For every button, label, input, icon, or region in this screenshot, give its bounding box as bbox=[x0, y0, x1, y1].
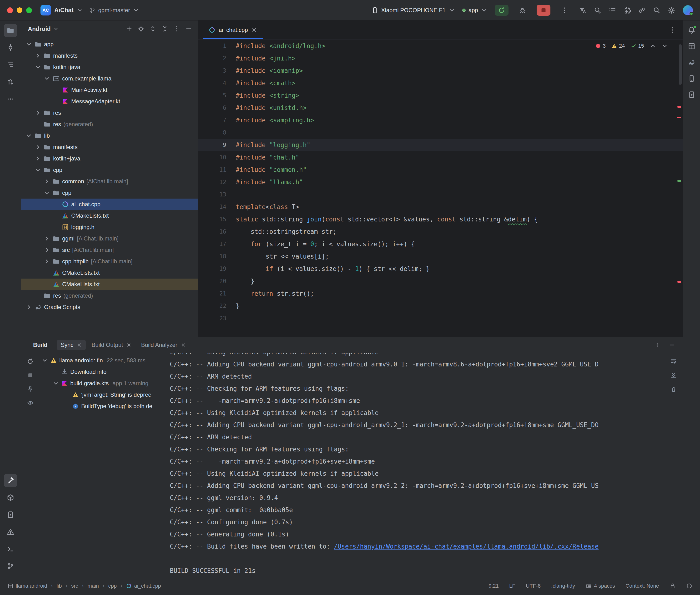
tree-item-cpp[interactable]: cpp bbox=[21, 187, 198, 199]
error-stripe-mark[interactable] bbox=[677, 281, 681, 283]
tree-item-manifests[interactable]: manifests bbox=[21, 141, 198, 153]
tool-window-button-gradle[interactable] bbox=[685, 56, 698, 68]
tree-item-lib[interactable]: lib bbox=[21, 130, 198, 141]
code-line-23[interactable]: 23 bbox=[198, 312, 683, 324]
status-widget-indentation[interactable]: 4 spaces bbox=[585, 583, 615, 589]
code-line-19[interactable]: 19 if (i < values.size() - 1) { str << d… bbox=[198, 263, 683, 275]
passed-badge[interactable]: 15 bbox=[631, 43, 644, 49]
breadcrumb-ai-chat-cpp[interactable]: ai_chat.cpp bbox=[126, 583, 161, 589]
new-button[interactable] bbox=[124, 24, 134, 34]
tree-item-cmakelists-txt[interactable]: CMakeLists.txt bbox=[21, 210, 198, 221]
pin-tab-button[interactable] bbox=[25, 384, 35, 394]
tree-item-ggml[interactable]: ggml[AiChat.lib.main] bbox=[21, 233, 198, 244]
tree-item-res[interactable]: res(generated) bbox=[21, 290, 198, 302]
tree-item-kotlin-java[interactable]: kotlin+java bbox=[21, 61, 198, 73]
build-console[interactable]: C/C++: -- Using KleidiAI optimized kerne… bbox=[170, 353, 662, 577]
search-everywhere-button[interactable] bbox=[593, 6, 602, 15]
tree-item-cpp-httplib[interactable]: cpp-httplib[AiChat.lib.main] bbox=[21, 256, 198, 267]
tool-window-button-commit[interactable] bbox=[4, 41, 17, 54]
stop-sync-button[interactable] bbox=[25, 370, 35, 380]
chevron-down-icon[interactable] bbox=[34, 64, 41, 70]
error-stripe-mark[interactable] bbox=[677, 117, 681, 118]
tool-window-button-build[interactable] bbox=[4, 474, 17, 487]
chevron-right-icon[interactable] bbox=[44, 235, 50, 242]
tool-window-button-version-control[interactable] bbox=[4, 560, 17, 573]
errors-badge[interactable]: 3 bbox=[595, 43, 606, 49]
chevron-right-icon[interactable] bbox=[34, 155, 41, 162]
plugins-button[interactable] bbox=[623, 6, 632, 15]
status-widget-code-context[interactable]: Context: None bbox=[625, 583, 659, 589]
code-line-6[interactable]: 6#include <unistd.h> bbox=[198, 102, 683, 114]
build-options-button[interactable] bbox=[653, 340, 663, 350]
tree-item-ai-chat-cpp[interactable]: ai_chat.cpp bbox=[21, 199, 198, 210]
build-tree-item-llama-android-fin[interactable]: llama.android: fin22 sec, 583 ms bbox=[39, 355, 170, 366]
chevron-right-icon[interactable] bbox=[26, 304, 32, 310]
more-run-actions-button[interactable] bbox=[558, 5, 571, 16]
status-widget-background-tasks[interactable] bbox=[686, 583, 692, 589]
tool-window-button-build-variants[interactable] bbox=[685, 40, 698, 52]
code-line-10[interactable]: 10#include "chat.h" bbox=[198, 151, 683, 164]
debug-button[interactable] bbox=[516, 5, 529, 16]
code-line-7[interactable]: 7#include <sampling.h> bbox=[198, 114, 683, 126]
build-tree-item-buildtype-debug-is-both-de[interactable]: BuildType 'debug' is both de bbox=[39, 400, 170, 412]
build-tree-item-build-gradle-kts[interactable]: build.gradle.ktsapp 1 warning bbox=[39, 378, 170, 389]
tool-window-button-project[interactable] bbox=[4, 24, 17, 37]
code-line-22[interactable]: 22} bbox=[198, 300, 683, 312]
tree-item-com-example-llama[interactable]: com.example.llama bbox=[21, 73, 198, 84]
code-line-4[interactable]: 4#include <cmath> bbox=[198, 77, 683, 89]
code-line-3[interactable]: 3#include <iomanip> bbox=[198, 64, 683, 77]
chevron-down-icon[interactable] bbox=[53, 380, 59, 387]
status-widget-caret-position[interactable]: 9:21 bbox=[488, 583, 499, 589]
chevron-right-icon[interactable] bbox=[44, 247, 50, 253]
console-file-link[interactable]: /Users/hanyin/Workspace/ai-chat/examples… bbox=[334, 543, 598, 550]
soft-wrap-button[interactable] bbox=[668, 356, 679, 366]
next-problem-button[interactable] bbox=[662, 43, 668, 49]
chevron-right-icon[interactable] bbox=[44, 258, 50, 265]
close-tab-icon[interactable] bbox=[251, 27, 257, 33]
tree-item-common[interactable]: common[AiChat.lib.main] bbox=[21, 176, 198, 187]
ai-translate-button[interactable] bbox=[579, 6, 587, 15]
tool-window-button-logcat[interactable] bbox=[4, 508, 17, 521]
code-line-15[interactable]: 15static std::string join(const std::vec… bbox=[198, 213, 683, 225]
status-widget-line-separator[interactable]: LF bbox=[509, 583, 515, 589]
locate-file-button[interactable] bbox=[136, 24, 146, 34]
tool-window-button-pull-requests[interactable] bbox=[4, 75, 17, 89]
chevron-right-icon[interactable] bbox=[44, 178, 50, 185]
tree-item-kotlin-java[interactable]: kotlin+java bbox=[21, 153, 198, 164]
close-tab-icon[interactable] bbox=[181, 342, 186, 348]
chevron-down-icon[interactable] bbox=[44, 75, 50, 82]
code-line-20[interactable]: 20 } bbox=[198, 275, 683, 287]
tree-item-messageadapter-kt[interactable]: MessageAdapter.kt bbox=[21, 96, 198, 107]
editor-scrollbar[interactable] bbox=[679, 44, 682, 85]
breadcrumb-src[interactable]: src bbox=[71, 583, 78, 589]
chevron-right-icon[interactable] bbox=[34, 110, 41, 116]
code-line-18[interactable]: 18 str << values[i]; bbox=[198, 250, 683, 263]
editor-tab-options-button[interactable] bbox=[667, 25, 678, 35]
chevron-down-icon[interactable] bbox=[26, 132, 32, 139]
chevron-down-icon[interactable] bbox=[42, 358, 48, 364]
build-tab-sync[interactable]: Sync bbox=[57, 340, 86, 350]
code-line-14[interactable]: 14template<class T> bbox=[198, 201, 683, 213]
copy-link-button[interactable] bbox=[638, 6, 646, 15]
rerun-sync-button[interactable] bbox=[25, 356, 35, 367]
chevron-right-icon[interactable] bbox=[34, 52, 41, 59]
scroll-to-end-button[interactable] bbox=[668, 370, 679, 380]
tool-window-button-terminal[interactable] bbox=[4, 542, 17, 556]
clear-all-button[interactable] bbox=[668, 384, 679, 395]
build-tab-build-output[interactable]: Build Output bbox=[88, 340, 135, 350]
zoom-window-button[interactable] bbox=[26, 7, 32, 13]
tree-item-cpp[interactable]: cpp bbox=[21, 164, 198, 176]
search-button[interactable] bbox=[652, 6, 661, 15]
tree-item-gradle-scripts[interactable]: Gradle Scripts bbox=[21, 302, 198, 313]
tree-item-mainactivity-kt[interactable]: MainActivity.kt bbox=[21, 84, 198, 96]
settings-button[interactable] bbox=[667, 6, 676, 15]
code-line-17[interactable]: 17 for (size_t i = 0; i < values.size();… bbox=[198, 238, 683, 250]
code-line-9[interactable]: 9#include "logging.h" bbox=[198, 139, 683, 151]
status-widget-clang-tidy[interactable]: .clang-tidy bbox=[551, 583, 575, 589]
todo-list-button[interactable] bbox=[608, 6, 617, 15]
tree-item-logging-h[interactable]: logging.h bbox=[21, 221, 198, 233]
tree-item-app[interactable]: app bbox=[21, 38, 198, 50]
minimize-window-button[interactable] bbox=[17, 7, 22, 13]
breadcrumb-lib[interactable]: lib bbox=[56, 583, 62, 589]
code-line-5[interactable]: 5#include <string> bbox=[198, 89, 683, 102]
